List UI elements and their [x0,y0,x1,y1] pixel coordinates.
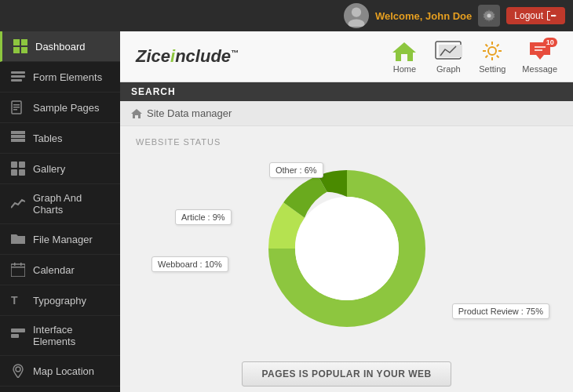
message-icon: 10 [526,39,554,63]
svg-text:T: T [11,294,18,307]
sidebar-item-sample-pages[interactable]: Sample Pages [0,93,120,123]
svg-rect-14 [11,131,25,134]
svg-rect-5 [13,47,20,53]
logout-label: Logout [514,10,543,21]
svg-rect-13 [13,109,17,111]
nav-graph-label: Graph [436,64,461,74]
label-product-review: Product Review : 75% [452,303,549,319]
nav-home[interactable]: Home [390,39,418,74]
breadcrumb-home-icon [131,108,142,119]
sidebar: Dashboard Form Elements Sample Pages Tab… [0,31,120,392]
sidebar-item-form-elements[interactable]: Form Elements [0,62,120,93]
popular-button[interactable]: PAGES IS POPULAR IN YOUR WEB [242,361,451,387]
svg-point-0 [352,8,361,17]
breadcrumb: Site Data manager [120,101,573,126]
sidebar-item-icon-button[interactable]: Icon And Button [0,387,120,392]
svg-rect-18 [19,162,25,168]
svg-line-39 [486,45,488,47]
content-header: Ziceinclude™ Home [120,31,573,82]
svg-rect-22 [11,267,25,268]
search-label: SEARCH [131,86,176,97]
svg-point-1 [348,19,364,27]
sidebar-label: Dashboard [35,41,86,53]
svg-rect-6 [21,47,27,53]
chart-labels: Product Review : 75% Webboard : 10% Arti… [136,154,557,343]
svg-rect-15 [11,135,25,138]
welcome-label: Welcome, [375,10,422,22]
main-layout: Dashboard Form Elements Sample Pages Tab… [0,31,573,392]
settings-icon[interactable] [478,5,500,27]
logo-text2: nclude [175,46,231,66]
username-label: John Doe [425,10,472,22]
svg-point-28 [16,367,20,372]
svg-rect-8 [11,75,25,78]
other-pct: 6% [305,165,317,175]
svg-rect-7 [11,71,25,74]
svg-marker-31 [392,42,416,61]
home-icon [390,39,418,63]
svg-rect-11 [13,104,20,106]
logout-button[interactable]: Logout [506,7,565,24]
sidebar-item-gallery[interactable]: Gallery [0,154,120,184]
search-bar: SEARCH [120,82,573,101]
sidebar-item-calendar[interactable]: Calendar [0,255,120,285]
sidebar-label: File Manager [33,234,93,245]
sidebar-item-typography[interactable]: T Typography [0,285,120,316]
label-webboard: Webboard : 10% [151,256,228,272]
svg-rect-17 [11,162,17,168]
other-label: Other [276,165,297,175]
sidebar-item-file-manager[interactable]: File Manager [0,224,120,255]
svg-rect-16 [11,139,25,142]
svg-rect-12 [13,107,20,108]
sidebar-label: Graph And Charts [33,192,109,216]
avatar [344,3,369,28]
setting-icon [478,39,506,63]
sidebar-label: Map Location [33,365,94,377]
webboard-pct: 10% [205,260,222,269]
topbar: Welcome, John Doe Logout [0,0,573,31]
product-review-label: Product Review [458,307,519,316]
sidebar-item-dashboard[interactable]: Dashboard [0,31,120,62]
svg-rect-21 [11,264,25,277]
svg-line-41 [497,45,499,47]
sidebar-item-graph-charts[interactable]: Graph And Charts [0,184,120,224]
svg-line-42 [486,56,488,58]
graph-icon [434,39,462,63]
sidebar-label: Typography [33,295,86,307]
sidebar-label: Gallery [33,163,65,175]
nav-setting-label: Setting [479,64,505,74]
svg-rect-23 [14,263,16,266]
svg-rect-9 [11,79,22,82]
svg-point-34 [488,47,496,55]
sidebar-item-interface-elements[interactable]: Interface Elements [0,316,120,356]
nav-setting[interactable]: Setting [478,39,506,74]
nav-message[interactable]: 10 Message [522,39,557,74]
product-review-pct: 75% [526,307,543,316]
sidebar-label: Calendar [33,264,75,276]
sidebar-item-map-location[interactable]: Map Location [0,356,120,387]
svg-rect-26 [11,328,25,332]
svg-rect-20 [19,169,25,176]
svg-marker-45 [131,109,142,118]
bottom-section: PAGES IS POPULAR IN YOUR WEB [120,354,573,392]
article-pct: 9% [213,212,225,222]
label-article: Article : 9% [175,209,232,225]
sidebar-item-tables[interactable]: Tables [0,123,120,154]
nav-home-label: Home [393,64,416,74]
svg-rect-3 [13,39,20,45]
message-badge: 10 [543,38,557,47]
nav-icons: Home Graph [390,39,557,74]
logo-tm: ™ [231,49,239,57]
svg-rect-4 [21,39,27,45]
nav-graph[interactable]: Graph [434,39,462,74]
sidebar-label: Form Elements [33,71,102,83]
svg-rect-24 [20,263,22,266]
content-area: Ziceinclude™ Home [120,31,573,392]
svg-line-40 [497,56,499,58]
svg-rect-27 [11,334,19,338]
logo: Ziceinclude™ [136,46,239,67]
breadcrumb-text: Site Data manager [147,107,232,119]
logo-text1: Zice [136,46,170,66]
webboard-label: Webboard [158,260,198,269]
sidebar-label: Tables [33,132,63,144]
